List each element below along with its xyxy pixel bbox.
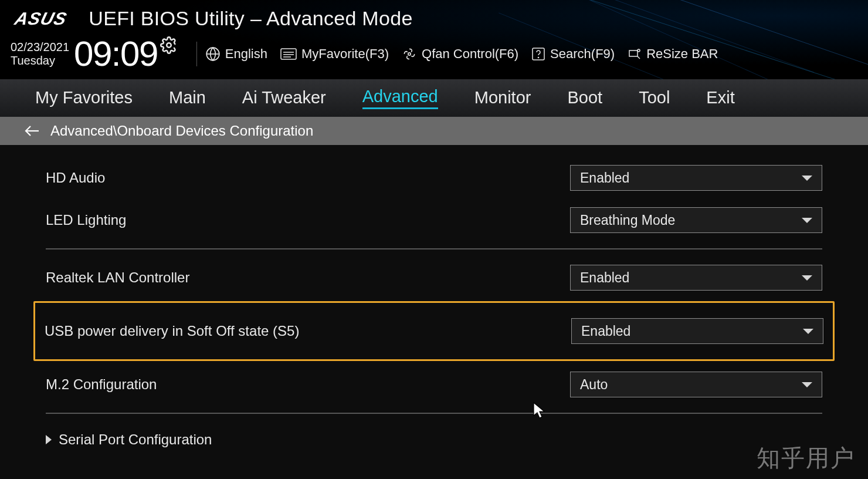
svg-point-7 (408, 52, 411, 55)
tab-advanced[interactable]: Advanced (362, 87, 438, 109)
clock-time: 09:09 (74, 33, 158, 74)
tab-tool[interactable]: Tool (639, 88, 670, 109)
setting-row[interactable]: LED LightingBreathing Mode (35, 199, 833, 241)
setting-row[interactable]: Realtek LAN ControllerEnabled (35, 257, 833, 299)
setting-label: LED Lighting (46, 212, 570, 228)
qfan-label: Qfan Control(F6) (422, 46, 518, 62)
svg-point-9 (538, 57, 539, 58)
qfan-button[interactable]: Qfan Control(F6) (402, 46, 518, 62)
caret-down-icon (803, 329, 813, 334)
resize-bar-label: ReSize BAR (646, 46, 718, 62)
dropdown[interactable]: Enabled (570, 265, 822, 291)
page-title: UEFI BIOS Utility – Advanced Mode (89, 7, 412, 30)
myfavorite-label: MyFavorite(F3) (301, 46, 389, 62)
resize-bar-button[interactable]: ReSize BAR (628, 46, 718, 62)
divider (46, 248, 822, 249)
divider (46, 413, 822, 414)
svg-rect-3 (281, 49, 296, 59)
myfavorite-button[interactable]: MyFavorite(F3) (280, 46, 389, 62)
search-button[interactable]: Search(F9) (531, 46, 615, 62)
tab-monitor[interactable]: Monitor (474, 88, 531, 109)
tab-main[interactable]: Main (169, 88, 206, 109)
language-button[interactable]: English (205, 46, 267, 62)
setting-row-highlighted[interactable]: USB power delivery in Soft Off state (S5… (33, 301, 835, 361)
chevron-right-icon (46, 435, 52, 444)
list-icon (280, 47, 297, 61)
dropdown-value: Auto (580, 377, 608, 393)
date-text: 02/23/2021 (11, 41, 69, 54)
dropdown-value: Enabled (580, 170, 629, 186)
back-arrow-icon[interactable] (25, 125, 40, 137)
serial-port-config-item[interactable]: Serial Port Configuration (35, 421, 833, 448)
dropdown-usb-power[interactable]: Enabled (571, 318, 823, 344)
tab-my-favorites[interactable]: My Favorites (35, 88, 133, 109)
breadcrumb-text: Advanced\Onboard Devices Configuration (50, 123, 313, 139)
day-text: Tuesday (11, 54, 69, 68)
caret-down-icon (802, 176, 812, 181)
gear-icon[interactable] (160, 36, 178, 56)
dropdown-value: Breathing Mode (580, 212, 675, 228)
svg-point-0 (167, 43, 171, 48)
watermark: 知乎用户 (757, 442, 855, 474)
dropdown[interactable]: Auto (570, 372, 822, 397)
date-day: 02/23/2021 Tuesday (11, 41, 69, 68)
settings-content: HD AudioEnabledLED LightingBreathing Mod… (0, 145, 868, 448)
language-label: English (225, 46, 267, 62)
caret-down-icon (802, 382, 812, 387)
dropdown-value: Enabled (581, 323, 630, 339)
setting-label: Realtek LAN Controller (46, 269, 570, 286)
brand-logo: ASUS (12, 9, 69, 29)
header: ASUS UEFI BIOS Utility – Advanced Mode 0… (0, 0, 868, 79)
tab-exit[interactable]: Exit (706, 88, 734, 109)
setting-label: HD Audio (46, 170, 570, 186)
sub-item-label: Serial Port Configuration (59, 431, 212, 448)
caret-down-icon (802, 218, 812, 223)
caret-down-icon (802, 275, 812, 281)
svg-rect-10 (629, 50, 638, 56)
tab-ai-tweaker[interactable]: Ai Tweaker (242, 88, 326, 109)
cursor-icon (533, 402, 547, 423)
setting-label: M.2 Configuration (46, 376, 570, 393)
dropdown[interactable]: Breathing Mode (570, 207, 822, 233)
search-label: Search(F9) (550, 46, 615, 62)
tab-bar: My FavoritesMainAi TweakerAdvancedMonito… (0, 79, 868, 117)
tab-boot[interactable]: Boot (567, 88, 602, 109)
globe-icon (205, 46, 221, 62)
question-icon (531, 47, 545, 61)
svg-point-11 (638, 49, 640, 52)
fan-icon (402, 46, 417, 62)
breadcrumb[interactable]: Advanced\Onboard Devices Configuration (0, 117, 868, 145)
setting-row[interactable]: M.2 ConfigurationAuto (35, 363, 833, 406)
dropdown-value: Enabled (580, 270, 629, 286)
setting-row[interactable]: HD AudioEnabled (35, 157, 833, 199)
setting-label: USB power delivery in Soft Off state (S5… (45, 323, 571, 339)
resize-icon (628, 47, 642, 61)
dropdown[interactable]: Enabled (570, 165, 822, 191)
